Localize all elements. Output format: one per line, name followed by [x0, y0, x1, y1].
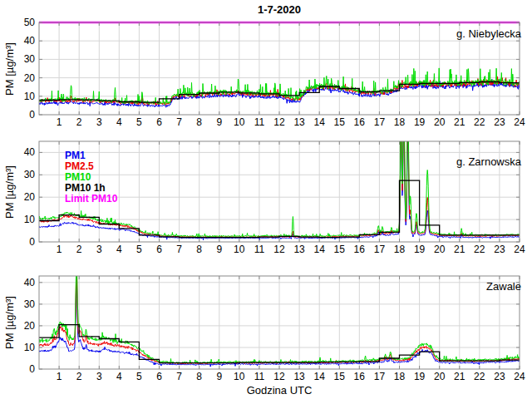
x-tick-label: 15 [334, 371, 346, 382]
x-tick-label: 11 [254, 116, 265, 128]
x-tick-label: 3 [96, 244, 102, 255]
x-tick-label: 14 [314, 244, 326, 255]
y-tick-label: 20 [24, 191, 36, 203]
x-tick-label: 16 [354, 116, 366, 128]
site-label-niebylecka: g. Niebylecka [456, 27, 521, 40]
x-tick-label: 23 [494, 116, 505, 128]
y-tick-label: 40 [24, 146, 36, 158]
x-tick-label: 20 [434, 116, 446, 128]
x-tick-label: 21 [454, 371, 466, 382]
x-tick-label: 15 [334, 244, 346, 255]
x-tick-label: 16 [354, 244, 366, 255]
x-tick-label: 9 [216, 244, 222, 255]
y-tick-label: 20 [24, 72, 36, 84]
x-tick-label: 8 [196, 116, 202, 128]
y-tick-label: 0 [29, 109, 35, 121]
x-tick-label: 2 [76, 116, 82, 128]
x-tick-label: 11 [254, 244, 265, 255]
x-tick-label: 4 [116, 116, 122, 128]
y-tick-label: 0 [29, 363, 35, 375]
x-tick-label: 1 [57, 371, 62, 382]
legend: PM1PM2.5PM10PM10 1hLimit PM10 [65, 150, 117, 204]
x-tick-label: 8 [196, 371, 202, 382]
x-tick-label: 10 [234, 371, 245, 382]
x-tick-label: 14 [314, 371, 326, 382]
x-tick-label: 18 [394, 371, 406, 382]
y-tick-label: 10 [24, 342, 36, 353]
x-tick-label: 22 [474, 244, 485, 255]
y-tick-label: 30 [24, 53, 36, 65]
x-tick-label: 3 [96, 116, 102, 128]
y-tick-label: 50 [24, 17, 36, 28]
x-tick-label: 13 [293, 371, 305, 382]
x-tick-label: 17 [374, 244, 386, 255]
x-tick-label: 19 [414, 244, 426, 255]
x-tick-label: 2 [76, 244, 82, 255]
x-tick-label: 6 [156, 371, 162, 382]
x-tick-label: 11 [254, 371, 265, 382]
pm-figure: 1234567891011121314151617181920212223240… [0, 0, 532, 399]
x-tick-label: 24 [514, 116, 525, 128]
figure-title: 1-7-2020 [39, 3, 520, 16]
y-axis-label-panel2: PM [µg/m³] [3, 134, 18, 250]
x-tick-label: 3 [96, 371, 102, 382]
x-tick-label: 19 [414, 371, 426, 382]
x-tick-label: 17 [374, 371, 386, 382]
x-tick-label: 21 [454, 116, 466, 128]
x-tick-label: 6 [156, 116, 162, 128]
x-tick-label: 9 [216, 116, 222, 128]
x-tick-label: 21 [454, 244, 466, 255]
x-tick-label: 1 [57, 244, 62, 255]
panel-1: 1234567891011121314151617181920212223240… [24, 17, 525, 128]
x-tick-label: 20 [434, 244, 446, 255]
x-tick-label: 6 [156, 244, 162, 255]
x-tick-label: 9 [216, 371, 222, 382]
site-label-zarnowska: g. Zarnowska [456, 155, 521, 168]
y-axis-label-panel3: PM [µg/m³] [3, 264, 18, 381]
y-tick-label: 30 [24, 298, 36, 310]
x-tick-label: 1 [57, 116, 62, 128]
x-tick-label: 10 [234, 116, 245, 128]
x-tick-label: 7 [176, 116, 182, 128]
x-tick-label: 23 [494, 244, 505, 255]
x-tick-label: 7 [176, 244, 182, 255]
y-tick-label: 10 [24, 214, 36, 225]
x-tick-label: 24 [514, 371, 525, 382]
y-tick-label: 0 [29, 236, 35, 248]
x-tick-label: 15 [334, 116, 346, 128]
x-tick-label: 2 [76, 371, 82, 382]
x-tick-label: 18 [394, 244, 406, 255]
x-tick-label: 5 [136, 244, 142, 255]
y-tick-label: 40 [24, 35, 36, 47]
panel-3-grid [39, 276, 520, 369]
x-tick-label: 12 [273, 116, 285, 128]
x-tick-label: 10 [234, 244, 245, 255]
y-axis-label-panel1: PM [µg/m³] [3, 11, 18, 127]
x-tick-label: 7 [176, 371, 182, 382]
x-tick-label: 8 [196, 244, 202, 255]
x-tick-label: 4 [116, 244, 122, 255]
x-tick-label: 12 [273, 371, 285, 382]
x-tick-label: 22 [474, 116, 485, 128]
y-tick-label: 20 [24, 320, 36, 332]
x-tick-label: 17 [374, 116, 386, 128]
x-tick-label: 18 [394, 116, 406, 128]
x-axis-label: Godzina UTC [39, 384, 520, 397]
y-tick-label: 40 [24, 277, 36, 288]
x-tick-label: 23 [494, 371, 505, 382]
y-tick-label: 10 [24, 91, 36, 102]
x-tick-label: 16 [354, 371, 366, 382]
panel-3: 1234567891011121314151617181920212223240… [24, 263, 525, 382]
x-tick-label: 14 [314, 116, 326, 128]
legend-item-limit-pm10: Limit PM10 [65, 194, 117, 204]
x-tick-label: 13 [293, 116, 305, 128]
site-label-zawale: Zawale [486, 280, 521, 293]
x-tick-label: 4 [116, 371, 122, 382]
x-tick-label: 13 [293, 244, 305, 255]
x-tick-label: 20 [434, 371, 446, 382]
x-tick-label: 5 [136, 371, 142, 382]
y-tick-label: 30 [24, 169, 36, 180]
x-tick-label: 24 [514, 244, 525, 255]
x-tick-label: 12 [273, 244, 285, 255]
x-tick-label: 22 [474, 371, 485, 382]
